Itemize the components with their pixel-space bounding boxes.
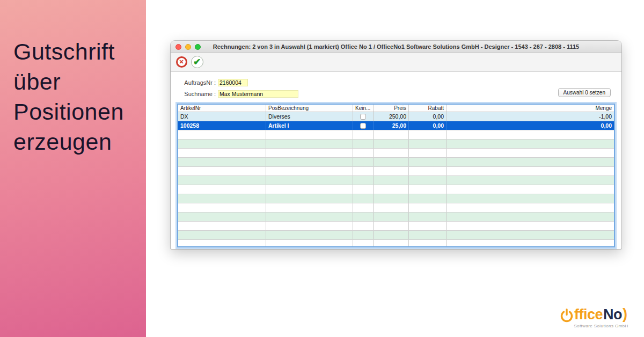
page-title-line: erzeugen <box>13 127 124 157</box>
empty-table-row[interactable] <box>178 222 614 231</box>
empty-cell <box>353 231 374 239</box>
column-header-kein[interactable]: Kein... <box>353 105 374 112</box>
empty-cell <box>409 203 447 212</box>
logo-one-glyph: ) <box>623 306 627 323</box>
auftragsnr-label: AuftragsNr : <box>180 79 216 86</box>
empty-cell <box>409 222 447 230</box>
empty-cell <box>374 176 409 185</box>
column-header-artikelnr[interactable]: ArtikelNr <box>178 105 266 112</box>
page-title-line: Gutschrift <box>13 36 124 67</box>
empty-table-row[interactable] <box>178 149 614 158</box>
traffic-lights <box>175 41 201 53</box>
empty-cell <box>447 130 614 139</box>
empty-cell <box>447 167 614 175</box>
table-row[interactable]: 100258Artikel I25,000,000,00 <box>178 121 614 130</box>
empty-table-row[interactable] <box>178 140 614 149</box>
empty-cell <box>353 194 374 203</box>
empty-cell <box>353 213 374 221</box>
empty-table-row[interactable] <box>178 176 614 185</box>
empty-cell <box>178 240 266 247</box>
empty-cell <box>447 176 614 185</box>
empty-cell <box>178 213 266 221</box>
cell-rabatt: 0,00 <box>409 112 447 121</box>
empty-table-row[interactable] <box>178 194 614 203</box>
empty-cell <box>266 130 353 139</box>
cell-kein <box>353 112 374 121</box>
empty-table-row[interactable] <box>178 158 614 167</box>
empty-cell <box>374 167 409 175</box>
empty-cell <box>374 149 409 157</box>
empty-cell <box>178 130 266 139</box>
kein-checkbox[interactable] <box>360 114 366 120</box>
window-title: Rechnungen: 2 von 3 in Auswahl (1 markie… <box>171 43 621 50</box>
empty-cell <box>266 140 353 148</box>
logo-wordmark: fficeNo) <box>551 306 636 323</box>
page-title: Gutschrift über Positionen erzeugen <box>13 36 124 157</box>
empty-cell <box>266 158 353 166</box>
empty-cell <box>266 167 353 175</box>
column-header-preis[interactable]: Preis <box>374 105 409 112</box>
empty-cell <box>374 158 409 166</box>
empty-cell <box>353 222 374 230</box>
empty-cell <box>266 194 353 203</box>
empty-table-row[interactable] <box>178 213 614 222</box>
empty-cell <box>266 185 353 194</box>
power-o-icon <box>560 309 574 323</box>
empty-table-row[interactable] <box>178 185 614 194</box>
empty-table-row[interactable] <box>178 203 614 213</box>
auftragsnr-input[interactable] <box>218 79 248 86</box>
empty-table-row[interactable] <box>178 130 614 140</box>
zoom-window-button[interactable] <box>195 44 201 50</box>
column-header-menge[interactable]: Menge <box>447 105 614 112</box>
empty-table-row[interactable] <box>178 167 614 176</box>
minimize-window-button[interactable] <box>185 44 191 50</box>
empty-cell <box>374 231 409 239</box>
kein-checkbox[interactable] <box>360 123 366 129</box>
empty-cell <box>266 222 353 230</box>
close-window-button[interactable] <box>175 44 181 50</box>
empty-cell <box>447 203 614 212</box>
empty-cell <box>409 149 447 157</box>
empty-cell <box>178 185 266 194</box>
empty-cell <box>374 185 409 194</box>
app-window: Rechnungen: 2 von 3 in Auswahl (1 markie… <box>171 41 621 249</box>
empty-cell <box>353 176 374 185</box>
cell-kein <box>353 121 374 130</box>
empty-cell <box>374 140 409 148</box>
cell-rabatt: 0,00 <box>409 121 447 130</box>
empty-table-row[interactable] <box>178 231 614 240</box>
empty-cell <box>374 130 409 139</box>
cell-preis: 250,00 <box>374 112 409 121</box>
page-title-line: Positionen <box>13 97 124 127</box>
cancel-button[interactable]: ✕ <box>174 55 188 69</box>
empty-cell <box>178 203 266 212</box>
table-row[interactable]: DXDiverses250,000,00-1,00 <box>178 112 614 121</box>
empty-cell <box>266 213 353 221</box>
empty-cell <box>447 222 614 230</box>
empty-cell <box>374 222 409 230</box>
empty-cell <box>266 176 353 185</box>
empty-cell <box>266 149 353 157</box>
empty-cell <box>353 185 374 194</box>
empty-cell <box>447 194 614 203</box>
table-body: DXDiverses250,000,00-1,00100258Artikel I… <box>178 112 614 247</box>
auswahl-setzen-button[interactable]: Auswahl 0 setzen <box>558 88 611 97</box>
column-header-rabatt[interactable]: Rabatt <box>409 105 447 112</box>
empty-cell <box>353 167 374 175</box>
empty-cell <box>409 240 447 247</box>
empty-cell <box>447 185 614 194</box>
confirm-button[interactable]: ✔ <box>190 55 204 69</box>
empty-cell <box>447 240 614 247</box>
cell-menge: -1,00 <box>447 112 614 121</box>
suchname-input[interactable] <box>218 90 298 98</box>
page-title-line: über <box>13 67 124 97</box>
empty-table-row[interactable] <box>178 240 614 247</box>
empty-cell <box>447 213 614 221</box>
empty-cell <box>178 167 266 175</box>
column-header-posbezeichnung[interactable]: PosBezeichnung <box>266 105 353 112</box>
cell-artikelnr: DX <box>178 112 266 121</box>
cell-artikelnr: 100258 <box>178 121 266 130</box>
empty-cell <box>374 213 409 221</box>
form-area: AuftragsNr : Suchname : <box>171 72 621 104</box>
cell-posbezeichnung: Diverses <box>266 112 353 121</box>
